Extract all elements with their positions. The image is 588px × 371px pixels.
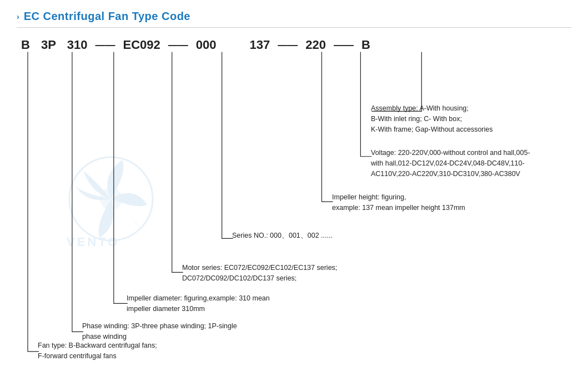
diagram-area: B 3P 310 —— EC092 —— 000 137 —— 220 —— B [17,38,571,354]
label-phase: Phase winding: 3P-three phase winding; 1… [82,321,237,342]
code-310: 310 [67,38,88,52]
watermark: VENTO [50,149,172,250]
code-000: 000 [196,38,217,52]
svg-text:VENTO: VENTO [67,235,119,249]
label-series: Series NO.: 000、001、002 ...... [232,230,333,241]
code-137: 137 [250,38,270,52]
label-impeller-height: Impeller height: figuring, example: 137 … [332,192,465,213]
page: › EC Centrifugal Fan Type Code B 3P 310 … [0,0,588,371]
code-220: 220 [305,38,326,52]
code-3P: 3P [41,38,56,52]
connector-lines [17,38,571,354]
code-dash-4: —— [160,39,196,51]
svg-point-0 [69,157,153,240]
label-fan-type: Fan type: B-Backward centrifugal fans; F… [38,340,157,362]
code-B: B [21,38,30,52]
code-B2: B [361,38,370,52]
label-motor: Motor series: EC072/EC092/EC102/EC137 se… [182,263,337,284]
code-dash-6: —— [326,39,361,51]
label-voltage: Voltage: 220-220V,000-without control an… [371,148,530,179]
code-dash-5: —— [270,39,305,51]
code-EC092: EC092 [123,38,160,52]
label-impeller-diameter: Impeller diameter: figuring,example: 310… [127,293,270,314]
code-dash-3: —— [88,39,123,51]
svg-point-1 [100,188,122,210]
chevron-icon: › [17,12,19,21]
page-title: EC Centrifugal Fan Type Code [24,10,190,23]
label-assembly: Assembly type: A-With housing; B-With in… [371,103,493,134]
title-row: › EC Centrifugal Fan Type Code [17,10,571,28]
